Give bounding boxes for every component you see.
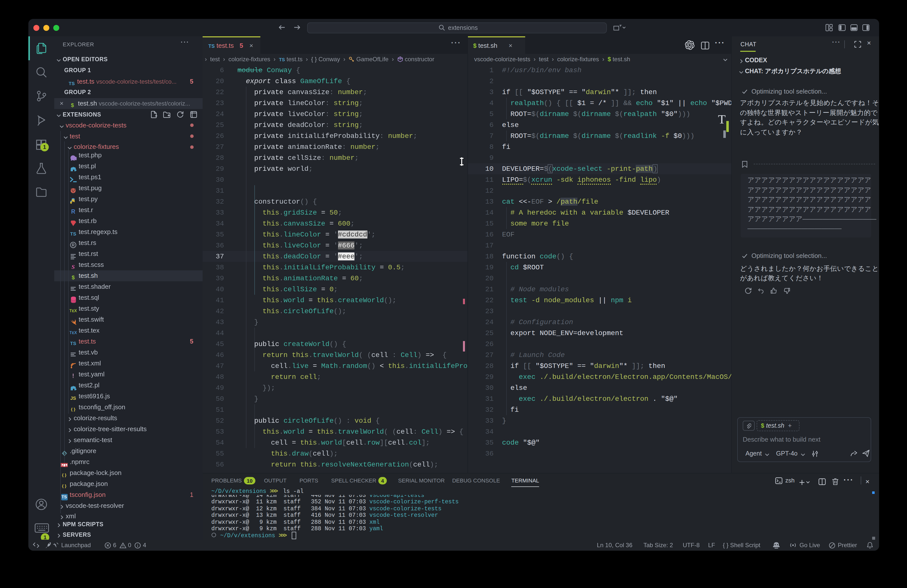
svg-text:S: S (71, 264, 75, 270)
svg-text:R: R (72, 243, 75, 247)
